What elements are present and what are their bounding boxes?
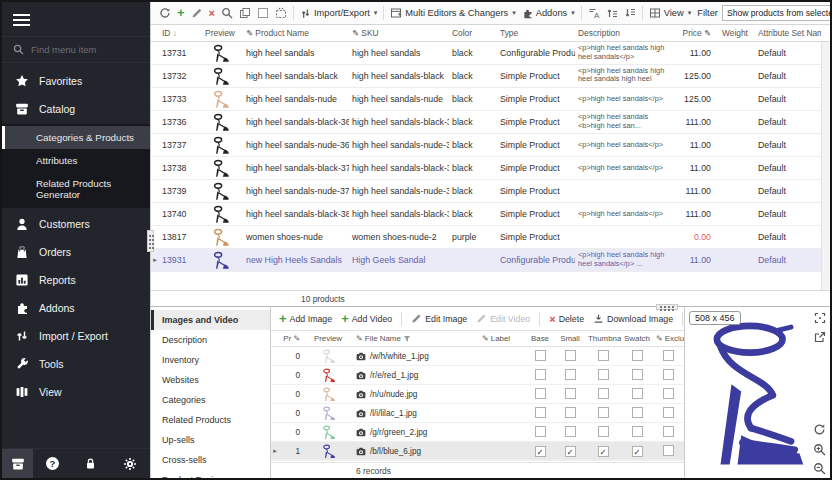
- uncheck-all-button[interactable]: [254, 5, 272, 21]
- column-header-preview[interactable]: Preview: [197, 28, 243, 38]
- fullscreen-icon[interactable]: [814, 312, 826, 324]
- lock-icon[interactable]: [84, 457, 97, 470]
- column-header-file-name[interactable]: ✎ File Name: [353, 334, 479, 343]
- rotate-icon[interactable]: [813, 423, 826, 436]
- edit-video-button[interactable]: Edit Video: [473, 311, 533, 326]
- sidebar-item-import-export[interactable]: Import / Export: [2, 322, 150, 350]
- translate-button[interactable]: A: [585, 5, 603, 21]
- checkbox[interactable]: ✓: [535, 446, 546, 457]
- help-icon[interactable]: ?: [46, 457, 59, 470]
- tab-cross-sells[interactable]: Cross-sells: [151, 450, 270, 470]
- tab-description[interactable]: Description: [151, 330, 270, 350]
- view-button[interactable]: View▾: [646, 5, 695, 21]
- delete-product-button[interactable]: ×: [206, 6, 218, 20]
- product-row[interactable]: 13817 women shoes-nude women shoes-nude-…: [151, 226, 821, 249]
- checkbox[interactable]: [598, 350, 609, 361]
- product-row[interactable]: 13733 high heel sandals-nude high heel s…: [151, 88, 821, 111]
- footer-catalog-button[interactable]: [2, 449, 33, 478]
- image-row[interactable]: 0 /r/e/red_1.jpg: [271, 366, 684, 385]
- add-video-button[interactable]: +Add Video: [338, 312, 395, 326]
- collapse-rows-button[interactable]: [621, 5, 639, 21]
- checkbox[interactable]: [632, 369, 643, 380]
- expand-rows-button[interactable]: [603, 5, 621, 21]
- gear-icon[interactable]: [123, 457, 137, 471]
- checkbox[interactable]: [535, 426, 546, 437]
- product-row[interactable]: 13737 high heel sandals-nude-36 high hee…: [151, 134, 821, 157]
- sidebar-item-reports[interactable]: Reports: [2, 266, 150, 294]
- sidebar-item-customers[interactable]: Customers: [2, 210, 150, 238]
- checkbox[interactable]: ✓: [632, 446, 643, 457]
- checkbox[interactable]: [632, 388, 643, 399]
- download-image-button[interactable]: Download Image: [590, 311, 676, 326]
- column-header-preview[interactable]: Preview: [303, 334, 353, 343]
- checkbox[interactable]: ✓: [598, 446, 609, 457]
- product-row[interactable]: ▸ 13931 new High Heels Sandals High Geel…: [151, 249, 821, 272]
- column-header-id[interactable]: ID ↓: [159, 28, 197, 38]
- column-header-small[interactable]: Small: [555, 334, 585, 343]
- column-header-label[interactable]: ✎ Label: [479, 334, 525, 343]
- hamburger-menu-button[interactable]: [2, 2, 150, 36]
- image-row[interactable]: ▸ 1 /b/l/blue_6.jpg ✓ ✓ ✓ ✓: [271, 442, 684, 461]
- checkbox[interactable]: [663, 426, 674, 437]
- column-header-attribute-set[interactable]: Attribute Set Name: [755, 28, 821, 38]
- checkbox[interactable]: [632, 350, 643, 361]
- sidebar-item-attributes[interactable]: Attributes: [2, 149, 150, 172]
- column-header-thumbnail[interactable]: Thumbna: [585, 334, 621, 343]
- column-header-exclude[interactable]: ✎ Exclude: [653, 334, 684, 343]
- column-header-product-name[interactable]: ✎ Product Name: [243, 28, 349, 38]
- checkbox[interactable]: [565, 350, 576, 361]
- column-header-type[interactable]: Type: [497, 28, 575, 38]
- checkbox[interactable]: [663, 445, 674, 456]
- image-row[interactable]: 0 /n/u/nude.jpg: [271, 385, 684, 404]
- product-row[interactable]: 13739 high heel sandals-nude-37 high hee…: [151, 180, 821, 203]
- category-filter-select[interactable]: Show products from selected categories ▾: [722, 5, 832, 21]
- multi-editors-button[interactable]: Multi Editors & Changers▾: [387, 5, 518, 21]
- tab-inventory[interactable]: Inventory: [151, 350, 270, 370]
- tab-product-reviews[interactable]: Product Reviews: [151, 470, 270, 480]
- sidebar-item-view[interactable]: View: [2, 378, 150, 406]
- product-row[interactable]: 13738 high heel sandals-black-37 high he…: [151, 157, 821, 180]
- image-row[interactable]: 0 /g/r/green_2.jpg: [271, 423, 684, 442]
- sidebar-item-favorites[interactable]: Favorites: [2, 67, 150, 95]
- column-header-color[interactable]: Color: [449, 28, 497, 38]
- image-row[interactable]: 0 /l/i/lilac_1.jpg: [271, 404, 684, 423]
- refresh-button[interactable]: [156, 5, 174, 21]
- column-header-description[interactable]: Description: [575, 28, 673, 38]
- checkbox[interactable]: [535, 388, 546, 399]
- column-header-sku[interactable]: ✎ SKU: [349, 28, 449, 38]
- column-header-position[interactable]: Pr ✎: [279, 334, 303, 343]
- checkbox[interactable]: [535, 350, 546, 361]
- column-header-weight[interactable]: Weight: [719, 28, 755, 38]
- sidebar-item-orders[interactable]: Orders: [2, 238, 150, 266]
- column-header-price[interactable]: Price ✎: [673, 28, 719, 38]
- external-link-icon[interactable]: [814, 331, 826, 343]
- add-product-button[interactable]: +: [174, 6, 188, 20]
- tab-up-sells[interactable]: Up-sells: [151, 430, 270, 450]
- checkbox[interactable]: [598, 388, 609, 399]
- import-export-button[interactable]: Import/Export▾: [297, 6, 380, 21]
- checkbox[interactable]: [598, 426, 609, 437]
- checkbox[interactable]: [632, 426, 643, 437]
- checkbox[interactable]: [663, 407, 674, 418]
- duplicate-button[interactable]: [236, 5, 254, 21]
- checkbox[interactable]: [598, 407, 609, 418]
- checkbox[interactable]: [535, 407, 546, 418]
- checkbox[interactable]: [632, 407, 643, 418]
- edit-image-button[interactable]: Edit Image: [408, 311, 470, 326]
- sidebar-item-related-products-generator[interactable]: Related Products Generator: [2, 172, 150, 206]
- search-input[interactable]: [31, 44, 131, 55]
- checkbox[interactable]: [565, 369, 576, 380]
- sidebar-item-catalog[interactable]: Catalog: [2, 95, 150, 123]
- tab-images-and-video[interactable]: Images and Video: [151, 310, 270, 330]
- edit-product-button[interactable]: [188, 5, 206, 21]
- lookup-button[interactable]: [218, 5, 236, 21]
- checkbox[interactable]: [598, 369, 609, 380]
- select-options-button[interactable]: [272, 5, 290, 21]
- add-image-button[interactable]: +Add Image: [276, 312, 335, 326]
- checkbox[interactable]: [663, 369, 674, 380]
- checkbox[interactable]: [565, 426, 576, 437]
- column-header-base[interactable]: Base: [525, 334, 555, 343]
- checkbox[interactable]: [663, 388, 674, 399]
- sidebar-item-addons[interactable]: Addons: [2, 294, 150, 322]
- checkbox[interactable]: ✓: [565, 446, 576, 457]
